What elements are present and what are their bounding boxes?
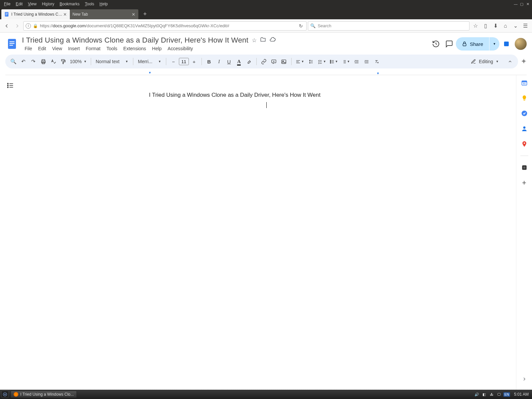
browser-tab-active[interactable]: I Tried Using a Windows Clon... ✕ (1, 9, 70, 19)
spellcheck-button[interactable] (49, 57, 58, 66)
window-close-button[interactable]: ✕ (525, 2, 530, 6)
display-icon[interactable]: 🖵 (496, 392, 501, 397)
tab-close-icon[interactable]: ✕ (63, 12, 67, 17)
print-button[interactable] (39, 57, 48, 66)
paragraph-style-select[interactable]: Normal text▼ (94, 59, 130, 64)
clock[interactable]: 5:01 AM (514, 392, 529, 397)
font-family-select[interactable]: Merri...▼ (136, 59, 163, 64)
increase-indent-button[interactable] (362, 57, 371, 66)
calendar-icon[interactable]: 31 (521, 79, 528, 86)
version-history-icon[interactable] (429, 37, 443, 51)
menu-edit[interactable]: Edit (36, 45, 49, 52)
menu-file[interactable]: File (22, 45, 35, 52)
hide-sidepanel-icon[interactable] (522, 376, 527, 383)
share-dropdown-button[interactable]: ▼ (489, 37, 499, 51)
browser-search-bar[interactable]: 🔍 Search (308, 21, 469, 31)
account-avatar[interactable] (515, 38, 527, 50)
move-document-icon[interactable] (260, 37, 266, 44)
decrease-fontsize-button[interactable]: − (169, 57, 178, 66)
addon-icon[interactable] (521, 164, 528, 171)
window-minimize-button[interactable]: — (513, 2, 518, 6)
document-page[interactable]: I Tried Using a Windows Clone as a Daily… (140, 85, 392, 390)
document-body-text[interactable]: I Tried Using a Windows Clone as a Daily… (140, 92, 392, 98)
menu-insert[interactable]: Insert (66, 45, 82, 52)
os-menu-bookmarks[interactable]: Bookmarks (57, 2, 82, 6)
tab-close-icon[interactable]: ✕ (131, 12, 136, 17)
menu-help[interactable]: Help (149, 45, 164, 52)
window-maximize-button[interactable]: ▢ (519, 2, 524, 6)
text-color-button[interactable]: A (234, 57, 244, 66)
docs-logo-icon[interactable] (5, 37, 19, 51)
cloud-status-icon[interactable] (269, 36, 276, 45)
decrease-indent-button[interactable] (352, 57, 361, 66)
downloads-button[interactable]: ⬇ (491, 21, 500, 31)
network-icon[interactable]: 🖧 (489, 392, 494, 397)
menu-format[interactable]: Format (83, 45, 103, 52)
ruler[interactable]: ▾ ▾ (5, 70, 527, 75)
insert-image-button[interactable] (279, 57, 289, 66)
line-spacing-button[interactable] (306, 57, 316, 66)
os-menu-file[interactable]: File (1, 2, 13, 6)
home-button[interactable]: ⌂ (501, 21, 510, 31)
volume-icon[interactable]: 🔊 (474, 392, 479, 397)
add-comment-button[interactable] (269, 57, 279, 66)
tray-app-icon[interactable]: ◧ (481, 392, 487, 397)
menu-tools[interactable]: Tools (104, 45, 120, 52)
svg-rect-7 (10, 45, 13, 46)
os-menu-history[interactable]: History (39, 2, 57, 6)
keep-icon[interactable] (521, 94, 528, 102)
contacts-icon[interactable] (521, 125, 528, 132)
forward-button[interactable] (13, 21, 22, 31)
increase-fontsize-button[interactable]: + (190, 57, 199, 66)
gemini-star-icon[interactable]: ✦ (521, 57, 527, 66)
bookmark-star-button[interactable]: ☆ (471, 21, 480, 31)
get-addons-icon[interactable]: + (521, 179, 528, 187)
language-indicator[interactable]: EN (503, 392, 510, 397)
start-menu-button[interactable] (1, 391, 9, 398)
browser-tab-inactive[interactable]: New Tab ✕ (70, 9, 138, 19)
menu-view[interactable]: View (50, 45, 65, 52)
bold-button[interactable]: B (204, 57, 214, 66)
paint-format-button[interactable] (59, 57, 68, 66)
maps-icon[interactable] (521, 140, 528, 148)
back-button[interactable] (2, 21, 11, 31)
site-info-icon[interactable]: i (26, 23, 31, 29)
tasks-icon[interactable] (521, 110, 528, 117)
align-button[interactable]: ▼ (294, 57, 306, 66)
insert-link-button[interactable] (259, 57, 269, 66)
hamburger-menu-button[interactable]: ☰ (521, 21, 530, 31)
document-title[interactable]: I Tried Using a Windows Clone as a Daily… (22, 36, 248, 45)
highlight-color-button[interactable] (244, 57, 254, 66)
menu-accessibility[interactable]: Accessibility (165, 45, 196, 52)
font-size-input[interactable]: 11 (179, 58, 189, 65)
os-menu-view[interactable]: View (25, 2, 39, 6)
zoom-select[interactable]: 100%▼ (68, 59, 88, 64)
url-bar[interactable]: i 🔒 https://docs.google.com/document/d/1… (23, 21, 307, 31)
os-menu-tools[interactable]: Tools (82, 2, 97, 6)
share-button[interactable]: Share (456, 37, 489, 51)
checklist-button[interactable]: ▼ (316, 57, 328, 66)
underline-button[interactable]: U (224, 57, 234, 66)
os-menu-edit[interactable]: Edit (13, 2, 25, 6)
collapse-toolbar-button[interactable] (505, 57, 515, 66)
star-document-icon[interactable]: ☆ (252, 37, 257, 44)
italic-button[interactable]: I (214, 57, 224, 66)
undo-button[interactable]: ↶ (19, 57, 28, 66)
editing-mode-select[interactable]: Editing ▼ (467, 59, 502, 64)
numbered-list-button[interactable]: ▼ (340, 57, 351, 66)
indent-marker-left-icon[interactable]: ▾ (149, 70, 151, 75)
document-outline-icon[interactable] (7, 82, 14, 90)
library-button[interactable]: ▯ (481, 21, 490, 31)
comments-icon[interactable] (443, 37, 456, 51)
reload-icon[interactable]: ↻ (298, 23, 304, 29)
redo-button[interactable]: ↷ (29, 57, 38, 66)
search-menus-icon[interactable]: 🔍 (9, 57, 18, 66)
gemini-indicator-icon[interactable] (504, 42, 509, 46)
taskbar-app-firefox[interactable]: I Tried Using a Windows Clo... (11, 391, 77, 398)
menu-extensions[interactable]: Extensions (121, 45, 149, 52)
new-tab-button[interactable]: + (140, 9, 150, 19)
bulleted-list-button[interactable]: ▼ (328, 57, 339, 66)
pocket-button[interactable]: ⌄ (511, 21, 520, 31)
os-menu-help[interactable]: Help (97, 2, 110, 6)
clear-formatting-button[interactable] (372, 57, 381, 66)
